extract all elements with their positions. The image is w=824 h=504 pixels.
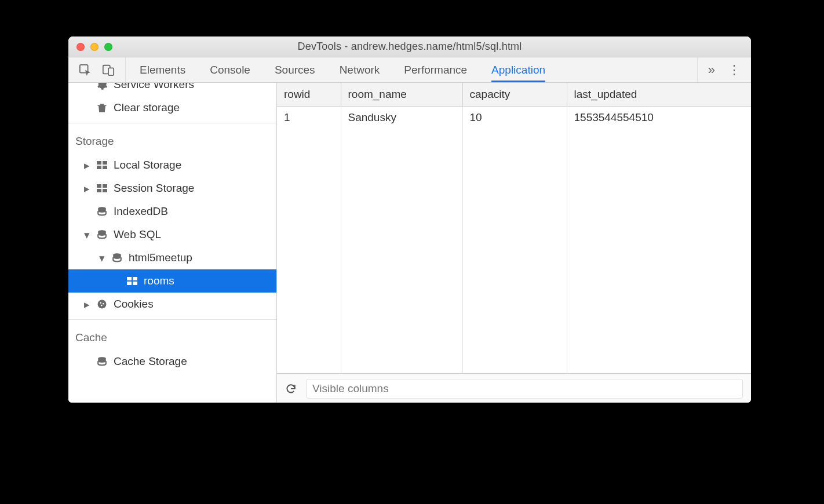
svg-rect-4 xyxy=(103,161,107,165)
sidebar-item-websql-db[interactable]: ▾ html5meetup xyxy=(68,246,276,269)
window-title: DevTools - andrew.hedges.name/html5/sql.… xyxy=(68,41,751,53)
tab-console[interactable]: Console xyxy=(210,57,250,82)
svg-point-20 xyxy=(103,303,104,304)
clipped-area: Service Workers xyxy=(68,83,276,96)
svg-point-21 xyxy=(101,305,102,306)
tab-sources[interactable]: Sources xyxy=(275,57,315,82)
sidebar-item-session-storage[interactable]: ▸ Session Storage xyxy=(68,177,276,200)
chevron-right-icon: ▸ xyxy=(82,159,92,172)
devtools-menu-button[interactable]: ⋮ xyxy=(728,63,741,78)
svg-point-18 xyxy=(98,300,107,309)
grid-icon xyxy=(95,161,109,169)
section-label: Storage xyxy=(75,135,114,148)
inspect-controls xyxy=(68,57,126,82)
svg-rect-3 xyxy=(97,161,101,165)
titlebar: DevTools - andrew.hedges.name/html5/sql.… xyxy=(68,36,751,57)
sidebar-section-cache: Cache xyxy=(68,326,276,350)
application-sidebar: Service Workers Clear storage Storage ▸ xyxy=(68,83,277,403)
tab-performance[interactable]: Performance xyxy=(404,57,467,82)
sidebar-item-websql-table[interactable]: rooms xyxy=(68,269,276,293)
chevron-right-icon: ▸ xyxy=(82,182,92,195)
chevron-down-icon: ▾ xyxy=(97,251,107,265)
table-footer xyxy=(277,374,751,403)
reload-button[interactable] xyxy=(285,383,297,395)
close-window-button[interactable] xyxy=(76,43,85,51)
tab-label: Elements xyxy=(140,64,185,76)
sidebar-item-cache-storage[interactable]: Cache Storage xyxy=(68,350,276,373)
visible-columns-input[interactable] xyxy=(306,379,743,399)
tab-label: Network xyxy=(340,64,380,76)
sidebar-item-label: Cookies xyxy=(114,298,154,311)
column-header-rowid[interactable]: rowid xyxy=(277,83,341,106)
database-icon xyxy=(95,206,109,217)
tab-label: Performance xyxy=(404,64,467,76)
svg-rect-5 xyxy=(97,166,101,169)
svg-rect-9 xyxy=(97,189,101,192)
device-mode-icon[interactable] xyxy=(102,64,115,76)
sidebar-item-label: Web SQL xyxy=(114,228,161,241)
table-header-row: rowid room_name capacity last_updated xyxy=(277,83,751,106)
chevron-down-icon: ▾ xyxy=(82,228,92,242)
grid-icon xyxy=(125,277,139,285)
cell-room-name: Sandusky xyxy=(341,106,462,129)
grid-icon xyxy=(95,184,109,192)
sidebar-item-label: rooms xyxy=(144,275,174,287)
sidebar-section-storage: Storage xyxy=(68,129,276,154)
gear-icon xyxy=(95,83,109,90)
sidebar-item-label: Local Storage xyxy=(114,159,181,171)
cell-capacity: 10 xyxy=(462,106,567,129)
inspect-element-icon[interactable] xyxy=(79,64,92,76)
tab-label: Sources xyxy=(275,64,315,76)
cookie-icon xyxy=(95,299,109,309)
svg-rect-14 xyxy=(127,277,132,280)
sidebar-item-indexeddb[interactable]: IndexedDB xyxy=(68,200,276,223)
svg-rect-7 xyxy=(97,184,101,188)
data-table: rowid room_name capacity last_updated 1 … xyxy=(277,83,751,374)
devtools-window: DevTools - andrew.hedges.name/html5/sql.… xyxy=(68,36,751,403)
column-header-capacity[interactable]: capacity xyxy=(462,83,567,106)
table-row[interactable]: 1 Sandusky 10 1553544554510 xyxy=(277,106,751,129)
sidebar-item-service-workers[interactable]: Service Workers xyxy=(68,83,276,96)
sidebar-item-websql[interactable]: ▾ Web SQL xyxy=(68,223,276,246)
sidebar-item-label: Session Storage xyxy=(114,182,194,195)
sidebar-item-label: IndexedDB xyxy=(114,205,168,218)
sidebar-item-label: Cache Storage xyxy=(114,355,187,368)
column-header-room-name[interactable]: room_name xyxy=(341,83,462,106)
window-controls xyxy=(68,43,112,51)
sidebar-item-local-storage[interactable]: ▸ Local Storage xyxy=(68,154,276,177)
panels-tabbar: ElementsConsoleSourcesNetworkPerformance… xyxy=(68,57,751,83)
svg-rect-17 xyxy=(133,282,137,285)
tab-label: Application xyxy=(491,64,545,76)
svg-rect-15 xyxy=(133,277,137,280)
sidebar-item-label: Service Workers xyxy=(114,83,194,91)
table-view: rowid room_name capacity last_updated 1 … xyxy=(277,83,751,403)
tab-label: Console xyxy=(210,64,250,76)
tab-network[interactable]: Network xyxy=(340,57,380,82)
cell-last-updated: 1553544554510 xyxy=(567,106,751,129)
database-icon xyxy=(95,229,109,240)
table-empty-space xyxy=(277,129,751,374)
sidebar-item-cookies[interactable]: ▸ Cookies xyxy=(68,293,276,316)
tab-application[interactable]: Application xyxy=(491,57,545,82)
cell-rowid: 1 xyxy=(277,106,341,129)
svg-rect-10 xyxy=(103,189,107,192)
sidebar-item-clear-storage[interactable]: Clear storage xyxy=(68,96,276,119)
sidebar-item-label: Clear storage xyxy=(114,101,180,114)
minimize-window-button[interactable] xyxy=(90,43,99,51)
zoom-window-button[interactable] xyxy=(104,43,112,51)
panel-tabs: ElementsConsoleSourcesNetworkPerformance… xyxy=(126,57,697,82)
database-icon xyxy=(110,253,124,263)
svg-rect-2 xyxy=(108,68,114,75)
column-header-last-updated[interactable]: last_updated xyxy=(567,83,751,106)
svg-point-19 xyxy=(100,302,101,304)
svg-rect-8 xyxy=(103,184,107,188)
tab-elements[interactable]: Elements xyxy=(140,57,185,82)
section-label: Cache xyxy=(75,331,107,344)
sidebar-item-label: html5meetup xyxy=(129,251,192,264)
svg-rect-16 xyxy=(127,282,132,285)
panel-body: Service Workers Clear storage Storage ▸ xyxy=(68,83,751,403)
chevron-right-icon: ▸ xyxy=(82,298,92,311)
trash-icon xyxy=(95,102,109,114)
database-icon xyxy=(95,356,109,367)
more-tabs-button[interactable]: » xyxy=(708,63,715,78)
